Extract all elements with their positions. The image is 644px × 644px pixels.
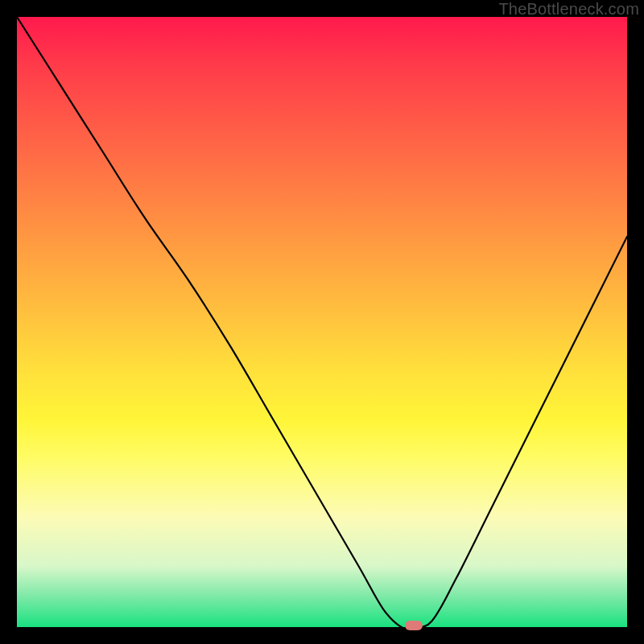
chart-frame: TheBottleneck.com	[0, 0, 644, 644]
plot-area	[17, 17, 627, 627]
bottleneck-curve-path	[17, 17, 627, 627]
minimum-marker	[405, 621, 423, 630]
curve-svg	[17, 17, 627, 627]
watermark-text: TheBottleneck.com	[498, 0, 639, 19]
